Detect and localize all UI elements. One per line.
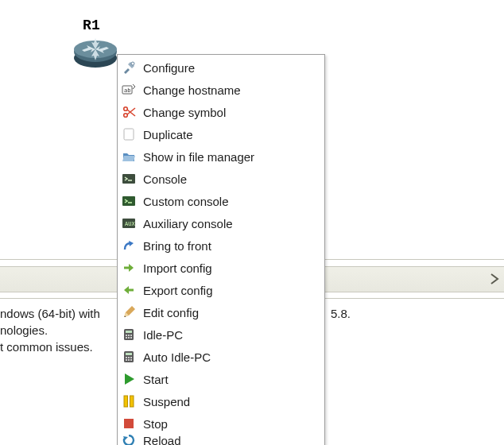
menu-item-show-in-file-manager[interactable]: Show in file manager <box>118 145 324 168</box>
workspace-canvas[interactable]: R1 ndows (64-bit) with 5.8. nologies. t … <box>0 0 504 445</box>
svg-rect-21 <box>128 337 130 339</box>
menu-label: Show in file manager <box>143 150 254 164</box>
svg-rect-11 <box>122 196 135 206</box>
svg-rect-27 <box>130 357 132 358</box>
blank-page-icon <box>122 127 136 141</box>
svg-rect-32 <box>130 396 134 407</box>
menu-label: Bring to front <box>143 239 211 253</box>
log-text: t common issues. <box>0 340 93 354</box>
svg-rect-18 <box>128 335 130 336</box>
wrench-screwdriver-icon <box>122 60 136 75</box>
svg-text:ab: ab <box>124 87 130 94</box>
menu-item-export-config[interactable]: Export config <box>118 279 324 301</box>
arrow-export-icon <box>122 283 136 297</box>
svg-rect-22 <box>130 337 132 339</box>
log-text: 5.8. <box>331 307 351 320</box>
menu-item-custom-console[interactable]: Custom console <box>118 190 324 212</box>
svg-rect-26 <box>128 357 130 358</box>
menu-item-idle-pc[interactable]: Idle-PC <box>118 323 324 346</box>
menu-label: Auxiliary console <box>143 217 233 230</box>
svg-text:AUX: AUX <box>125 221 135 227</box>
menu-label: Auto Idle-PC <box>143 350 211 364</box>
menu-label: Change symbol <box>143 106 226 119</box>
svg-rect-25 <box>126 357 127 358</box>
svg-rect-28 <box>126 359 127 361</box>
menu-item-edit-config[interactable]: Edit config <box>118 301 324 323</box>
svg-rect-9 <box>122 174 135 184</box>
svg-rect-8 <box>124 129 134 140</box>
arrow-up-curved-icon <box>122 238 136 253</box>
pencil-icon <box>122 305 136 319</box>
menu-label: Stop <box>143 417 168 431</box>
svg-rect-17 <box>126 335 127 336</box>
svg-rect-30 <box>130 359 132 361</box>
menu-item-auto-idle-pc[interactable]: Auto Idle-PC <box>118 346 324 368</box>
stop-icon <box>122 416 136 431</box>
menu-item-duplicate[interactable]: Duplicate <box>118 123 324 145</box>
svg-rect-29 <box>128 359 130 361</box>
menu-label: Duplicate <box>143 128 193 141</box>
svg-rect-33 <box>124 419 134 428</box>
menu-item-configure[interactable]: Configure <box>118 56 324 79</box>
log-text: ndows (64-bit) with <box>0 307 100 320</box>
router-icon[interactable] <box>72 32 119 70</box>
terminal-green-icon <box>122 194 136 208</box>
device-label: R1 <box>83 17 100 33</box>
device-context-menu: Configure ab Change hostname Change s <box>117 54 325 445</box>
menu-item-change-hostname[interactable]: ab Change hostname <box>118 79 324 101</box>
menu-item-console[interactable]: Console <box>118 168 324 190</box>
menu-label: Export config <box>143 284 213 297</box>
svg-rect-31 <box>124 396 128 407</box>
menu-label: Idle-PC <box>143 328 183 342</box>
svg-rect-20 <box>126 337 127 339</box>
menu-label: Import config <box>143 261 212 275</box>
menu-item-reload[interactable]: Reload <box>118 435 324 445</box>
svg-rect-19 <box>130 335 132 336</box>
menu-label: Change hostname <box>143 83 241 97</box>
menu-item-auxiliary-console[interactable]: AUX Auxiliary console <box>118 212 324 234</box>
menu-label: Console <box>143 172 187 186</box>
menu-item-suspend[interactable]: Suspend <box>118 390 324 412</box>
calculator-icon <box>122 327 136 342</box>
menu-label: Start <box>143 373 169 386</box>
terminal-dark-icon <box>122 172 136 186</box>
menu-label: Suspend <box>143 395 190 408</box>
pause-icon <box>122 394 136 408</box>
svg-rect-16 <box>126 331 132 333</box>
menu-label: Configure <box>143 61 195 75</box>
reload-icon <box>122 435 136 445</box>
menu-label: Edit config <box>143 306 199 319</box>
menu-label: Reload <box>143 435 181 445</box>
menu-item-import-config[interactable]: Import config <box>118 257 324 279</box>
folder-open-icon <box>122 149 136 164</box>
calculator-icon <box>122 350 136 364</box>
menu-label: Custom console <box>143 195 229 208</box>
menu-item-bring-to-front[interactable]: Bring to front <box>118 234 324 257</box>
scissors-icon <box>122 105 136 119</box>
chevron-right-icon[interactable] <box>490 273 499 284</box>
hostname-tag-icon: ab <box>122 83 136 97</box>
arrow-import-icon <box>122 261 136 275</box>
log-text: nologies. <box>0 323 48 337</box>
svg-rect-24 <box>126 353 132 355</box>
terminal-aux-icon: AUX <box>122 216 136 230</box>
menu-item-start[interactable]: Start <box>118 368 324 390</box>
menu-item-stop[interactable]: Stop <box>118 412 324 435</box>
menu-item-change-symbol[interactable]: Change symbol <box>118 101 324 123</box>
play-icon <box>122 372 136 386</box>
svg-point-3 <box>131 62 134 65</box>
